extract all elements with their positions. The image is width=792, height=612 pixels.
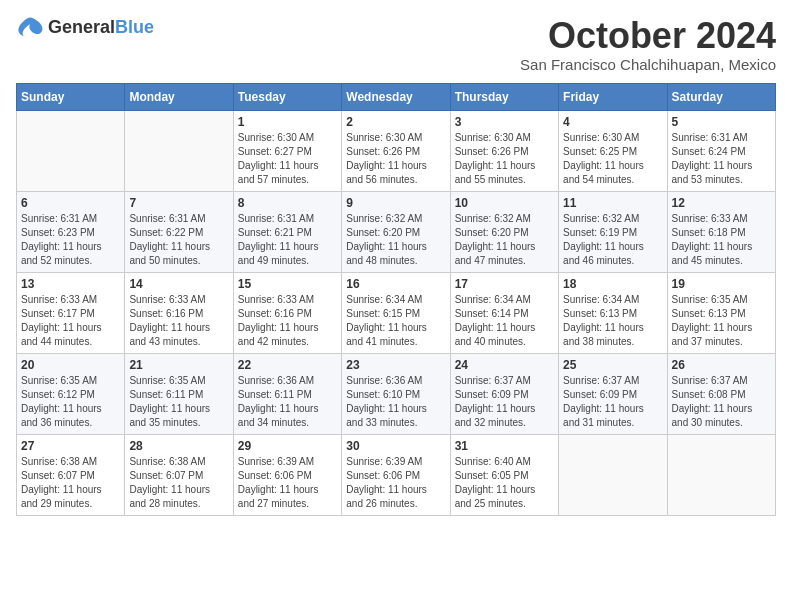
day-info: Sunrise: 6:37 AM Sunset: 6:09 PM Dayligh… (563, 374, 662, 430)
table-row: 19Sunrise: 6:35 AM Sunset: 6:13 PM Dayli… (667, 272, 775, 353)
table-row: 26Sunrise: 6:37 AM Sunset: 6:08 PM Dayli… (667, 353, 775, 434)
day-info: Sunrise: 6:34 AM Sunset: 6:14 PM Dayligh… (455, 293, 554, 349)
day-number: 6 (21, 196, 120, 210)
day-number: 26 (672, 358, 771, 372)
table-row: 25Sunrise: 6:37 AM Sunset: 6:09 PM Dayli… (559, 353, 667, 434)
calendar-table: Sunday Monday Tuesday Wednesday Thursday… (16, 83, 776, 516)
header-tuesday: Tuesday (233, 83, 341, 110)
day-number: 7 (129, 196, 228, 210)
table-row: 15Sunrise: 6:33 AM Sunset: 6:16 PM Dayli… (233, 272, 341, 353)
day-number: 3 (455, 115, 554, 129)
day-number: 17 (455, 277, 554, 291)
day-number: 12 (672, 196, 771, 210)
day-info: Sunrise: 6:39 AM Sunset: 6:06 PM Dayligh… (346, 455, 445, 511)
table-row (667, 434, 775, 515)
table-row: 16Sunrise: 6:34 AM Sunset: 6:15 PM Dayli… (342, 272, 450, 353)
table-row: 7Sunrise: 6:31 AM Sunset: 6:22 PM Daylig… (125, 191, 233, 272)
logo: GeneralBlue (16, 16, 154, 38)
day-info: Sunrise: 6:36 AM Sunset: 6:11 PM Dayligh… (238, 374, 337, 430)
table-row: 6Sunrise: 6:31 AM Sunset: 6:23 PM Daylig… (17, 191, 125, 272)
logo-bird-icon (16, 16, 44, 38)
day-info: Sunrise: 6:31 AM Sunset: 6:21 PM Dayligh… (238, 212, 337, 268)
day-number: 23 (346, 358, 445, 372)
day-number: 25 (563, 358, 662, 372)
day-info: Sunrise: 6:37 AM Sunset: 6:08 PM Dayligh… (672, 374, 771, 430)
day-info: Sunrise: 6:30 AM Sunset: 6:26 PM Dayligh… (346, 131, 445, 187)
title-block: October 2024 San Francisco Chalchihuapan… (520, 16, 776, 73)
table-row: 23Sunrise: 6:36 AM Sunset: 6:10 PM Dayli… (342, 353, 450, 434)
table-row: 8Sunrise: 6:31 AM Sunset: 6:21 PM Daylig… (233, 191, 341, 272)
table-row: 9Sunrise: 6:32 AM Sunset: 6:20 PM Daylig… (342, 191, 450, 272)
day-info: Sunrise: 6:36 AM Sunset: 6:10 PM Dayligh… (346, 374, 445, 430)
day-info: Sunrise: 6:33 AM Sunset: 6:18 PM Dayligh… (672, 212, 771, 268)
day-info: Sunrise: 6:31 AM Sunset: 6:22 PM Dayligh… (129, 212, 228, 268)
day-number: 22 (238, 358, 337, 372)
table-row: 4Sunrise: 6:30 AM Sunset: 6:25 PM Daylig… (559, 110, 667, 191)
table-row: 13Sunrise: 6:33 AM Sunset: 6:17 PM Dayli… (17, 272, 125, 353)
day-info: Sunrise: 6:33 AM Sunset: 6:16 PM Dayligh… (129, 293, 228, 349)
day-number: 1 (238, 115, 337, 129)
day-info: Sunrise: 6:30 AM Sunset: 6:26 PM Dayligh… (455, 131, 554, 187)
day-info: Sunrise: 6:40 AM Sunset: 6:05 PM Dayligh… (455, 455, 554, 511)
calendar-header: Sunday Monday Tuesday Wednesday Thursday… (17, 83, 776, 110)
header-row: Sunday Monday Tuesday Wednesday Thursday… (17, 83, 776, 110)
day-info: Sunrise: 6:32 AM Sunset: 6:20 PM Dayligh… (346, 212, 445, 268)
day-info: Sunrise: 6:35 AM Sunset: 6:13 PM Dayligh… (672, 293, 771, 349)
calendar-week-4: 20Sunrise: 6:35 AM Sunset: 6:12 PM Dayli… (17, 353, 776, 434)
table-row: 11Sunrise: 6:32 AM Sunset: 6:19 PM Dayli… (559, 191, 667, 272)
day-info: Sunrise: 6:38 AM Sunset: 6:07 PM Dayligh… (21, 455, 120, 511)
table-row: 30Sunrise: 6:39 AM Sunset: 6:06 PM Dayli… (342, 434, 450, 515)
day-number: 20 (21, 358, 120, 372)
table-row: 31Sunrise: 6:40 AM Sunset: 6:05 PM Dayli… (450, 434, 558, 515)
day-number: 30 (346, 439, 445, 453)
table-row: 1Sunrise: 6:30 AM Sunset: 6:27 PM Daylig… (233, 110, 341, 191)
table-row: 29Sunrise: 6:39 AM Sunset: 6:06 PM Dayli… (233, 434, 341, 515)
day-number: 28 (129, 439, 228, 453)
table-row: 14Sunrise: 6:33 AM Sunset: 6:16 PM Dayli… (125, 272, 233, 353)
table-row: 22Sunrise: 6:36 AM Sunset: 6:11 PM Dayli… (233, 353, 341, 434)
day-info: Sunrise: 6:37 AM Sunset: 6:09 PM Dayligh… (455, 374, 554, 430)
table-row: 12Sunrise: 6:33 AM Sunset: 6:18 PM Dayli… (667, 191, 775, 272)
day-info: Sunrise: 6:31 AM Sunset: 6:24 PM Dayligh… (672, 131, 771, 187)
logo-text: GeneralBlue (48, 17, 154, 38)
header-friday: Friday (559, 83, 667, 110)
table-row: 10Sunrise: 6:32 AM Sunset: 6:20 PM Dayli… (450, 191, 558, 272)
header-sunday: Sunday (17, 83, 125, 110)
day-number: 14 (129, 277, 228, 291)
day-number: 8 (238, 196, 337, 210)
day-info: Sunrise: 6:38 AM Sunset: 6:07 PM Dayligh… (129, 455, 228, 511)
day-number: 21 (129, 358, 228, 372)
calendar-week-2: 6Sunrise: 6:31 AM Sunset: 6:23 PM Daylig… (17, 191, 776, 272)
calendar-week-5: 27Sunrise: 6:38 AM Sunset: 6:07 PM Dayli… (17, 434, 776, 515)
table-row: 24Sunrise: 6:37 AM Sunset: 6:09 PM Dayli… (450, 353, 558, 434)
table-row (125, 110, 233, 191)
month-title: October 2024 (520, 16, 776, 56)
header-thursday: Thursday (450, 83, 558, 110)
day-info: Sunrise: 6:30 AM Sunset: 6:27 PM Dayligh… (238, 131, 337, 187)
table-row: 18Sunrise: 6:34 AM Sunset: 6:13 PM Dayli… (559, 272, 667, 353)
day-info: Sunrise: 6:35 AM Sunset: 6:11 PM Dayligh… (129, 374, 228, 430)
day-number: 5 (672, 115, 771, 129)
page-header: GeneralBlue October 2024 San Francisco C… (16, 16, 776, 73)
day-info: Sunrise: 6:33 AM Sunset: 6:17 PM Dayligh… (21, 293, 120, 349)
location-title: San Francisco Chalchihuapan, Mexico (520, 56, 776, 73)
day-info: Sunrise: 6:39 AM Sunset: 6:06 PM Dayligh… (238, 455, 337, 511)
logo-general: General (48, 17, 115, 37)
table-row (17, 110, 125, 191)
day-number: 10 (455, 196, 554, 210)
day-number: 2 (346, 115, 445, 129)
day-number: 19 (672, 277, 771, 291)
day-number: 18 (563, 277, 662, 291)
day-number: 11 (563, 196, 662, 210)
table-row: 17Sunrise: 6:34 AM Sunset: 6:14 PM Dayli… (450, 272, 558, 353)
day-info: Sunrise: 6:30 AM Sunset: 6:25 PM Dayligh… (563, 131, 662, 187)
table-row: 5Sunrise: 6:31 AM Sunset: 6:24 PM Daylig… (667, 110, 775, 191)
day-info: Sunrise: 6:32 AM Sunset: 6:20 PM Dayligh… (455, 212, 554, 268)
day-number: 4 (563, 115, 662, 129)
day-number: 15 (238, 277, 337, 291)
day-info: Sunrise: 6:31 AM Sunset: 6:23 PM Dayligh… (21, 212, 120, 268)
table-row: 27Sunrise: 6:38 AM Sunset: 6:07 PM Dayli… (17, 434, 125, 515)
header-saturday: Saturday (667, 83, 775, 110)
calendar-week-1: 1Sunrise: 6:30 AM Sunset: 6:27 PM Daylig… (17, 110, 776, 191)
calendar-week-3: 13Sunrise: 6:33 AM Sunset: 6:17 PM Dayli… (17, 272, 776, 353)
